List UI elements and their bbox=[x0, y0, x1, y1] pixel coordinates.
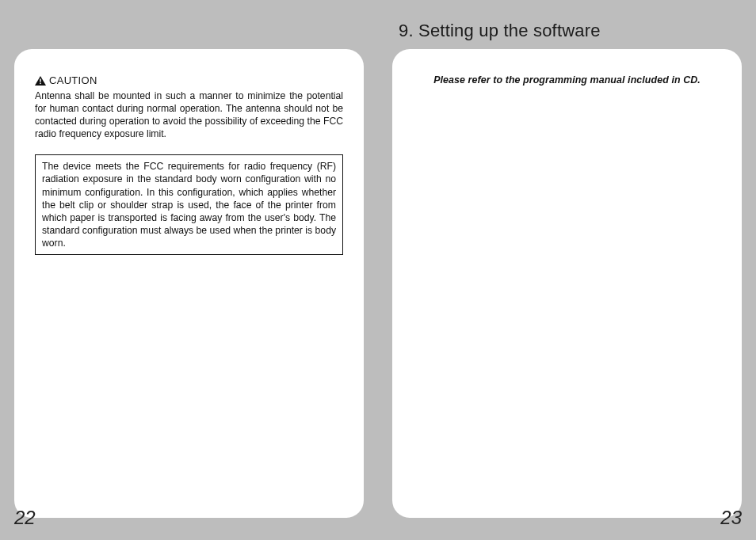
page-spread: . CAUTION Antenna shall be mounted in su… bbox=[0, 0, 756, 540]
section-heading: 9. Setting up the software bbox=[392, 21, 742, 49]
right-card: Please refer to the programming manual i… bbox=[392, 49, 742, 518]
caution-body-text: Antenna shall be mounted in such a manne… bbox=[35, 89, 343, 140]
left-page-number: 22 bbox=[14, 507, 36, 529]
left-card: CAUTION Antenna shall be mounted in such… bbox=[14, 49, 364, 518]
left-page: . CAUTION Antenna shall be mounted in su… bbox=[14, 21, 364, 537]
fcc-compliance-box: The device meets the FCC requirements fo… bbox=[35, 154, 343, 255]
svg-rect-0 bbox=[40, 78, 41, 82]
right-page-number: 23 bbox=[720, 507, 742, 529]
svg-rect-1 bbox=[40, 82, 41, 84]
warning-icon bbox=[35, 76, 46, 86]
right-page: 9. Setting up the software Please refer … bbox=[392, 21, 742, 537]
cd-reference-note: Please refer to the programming manual i… bbox=[413, 74, 721, 86]
caution-row: CAUTION bbox=[35, 74, 343, 86]
caution-label: CAUTION bbox=[49, 74, 97, 86]
